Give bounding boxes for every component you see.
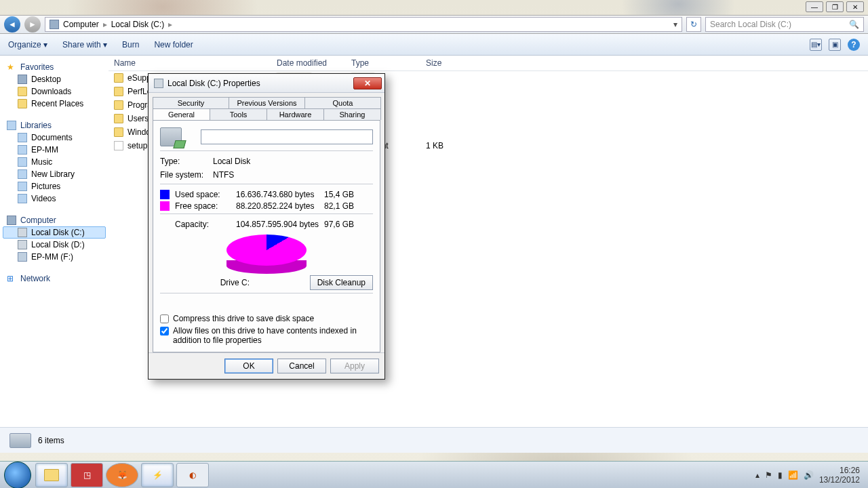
sidebar-item-epmm[interactable]: EP-MM — [3, 144, 106, 156]
index-label: Allow files on this drive to have conten… — [173, 326, 373, 345]
filesystem-value: NTFS — [213, 170, 234, 180]
breadcrumb-dropdown-icon[interactable]: ▾ — [673, 20, 677, 29]
type-label: Type: — [160, 157, 213, 166]
help-button[interactable]: ? — [848, 39, 860, 51]
volume-label-input[interactable] — [201, 129, 373, 144]
column-type[interactable]: Type — [351, 58, 426, 68]
libraries-header[interactable]: Libraries — [20, 121, 52, 130]
favorites-header[interactable]: Favorites — [20, 62, 54, 72]
sidebar-item-desktop[interactable]: Desktop — [3, 73, 106, 85]
network-icon: ⊞ — [7, 274, 16, 283]
taskbar-avira[interactable]: ◳ — [71, 463, 103, 487]
tray-volume-icon[interactable]: 🔊 — [804, 470, 814, 480]
window-minimize-button[interactable]: — — [806, 1, 823, 12]
free-bytes: 88.220.852.224 bytes — [236, 201, 324, 211]
sidebar-item-pictures[interactable]: Pictures — [3, 180, 106, 192]
used-bytes: 16.636.743.680 bytes — [236, 190, 324, 199]
capacity-gb: 97,6 GB — [324, 220, 365, 229]
capacity-bytes: 104.857.595.904 bytes — [236, 220, 324, 229]
sidebar-item-downloads[interactable]: Downloads — [3, 85, 106, 98]
tab-general[interactable]: General — [153, 108, 210, 120]
column-name[interactable]: Name — [114, 58, 277, 68]
sidebar-item-videos[interactable]: Videos — [3, 192, 106, 205]
navigation-bar: ◄ ► Computer ▸ Local Disk (C:) ▸ ▾ ↻ Sea… — [0, 15, 868, 34]
taskbar-winamp[interactable]: ⚡ — [141, 463, 174, 487]
status-text: 6 items — [38, 436, 64, 445]
dialog-close-button[interactable]: ✕ — [353, 77, 382, 89]
taskbar: ◳ 🦊 ⚡ ◐ ▴ ⚑ ▮ 📶 🔊 16:26 13/12/2012 — [0, 461, 868, 488]
tab-hardware[interactable]: Hardware — [267, 108, 324, 120]
drive-c-label: Drive C: — [160, 278, 310, 287]
index-checkbox[interactable] — [160, 327, 169, 336]
drive-icon — [9, 433, 31, 448]
tab-previous-versions[interactable]: Previous Versions — [229, 97, 305, 108]
tab-tools[interactable]: Tools — [210, 108, 267, 120]
computer-header[interactable]: Computer — [20, 216, 56, 225]
free-gb: 82,1 GB — [324, 201, 365, 211]
start-button[interactable] — [4, 462, 31, 489]
organize-menu[interactable]: Organize ▾ — [8, 40, 47, 49]
sidebar-item-local-disk-d[interactable]: Local Disk (D:) — [3, 239, 106, 251]
view-menu[interactable]: ▤▾ — [810, 39, 822, 51]
used-swatch-icon — [160, 190, 170, 199]
compress-checkbox[interactable] — [160, 314, 169, 323]
tray-clock[interactable]: 16:26 13/12/2012 — [819, 466, 864, 485]
type-value: Local Disk — [213, 157, 250, 166]
search-input[interactable]: Search Local Disk (C:) 🔍 — [705, 17, 864, 32]
apply-button[interactable]: Apply — [330, 359, 379, 373]
drive-icon — [154, 79, 163, 88]
properties-dialog: Local Disk (C:) Properties ✕ Security Pr… — [148, 73, 385, 380]
back-button[interactable]: ◄ — [4, 16, 20, 33]
chevron-right-icon: ▸ — [168, 20, 172, 29]
disk-usage-pie-chart — [226, 235, 307, 274]
sidebar-item-music[interactable]: Music — [3, 156, 106, 168]
drive-large-icon — [160, 127, 182, 146]
star-icon: ★ — [7, 62, 16, 72]
free-swatch-icon — [160, 201, 170, 211]
dialog-title: Local Disk (C:) Properties — [167, 79, 353, 88]
burn-button[interactable]: Burn — [122, 40, 139, 49]
tray-chevron-icon[interactable]: ▴ — [755, 470, 760, 480]
new-folder-button[interactable]: New folder — [154, 40, 193, 49]
preview-pane-button[interactable]: ▣ — [829, 39, 841, 51]
crumb-computer[interactable]: Computer — [63, 20, 99, 29]
free-label: Free space: — [175, 201, 236, 211]
sidebar-item-new-library[interactable]: New Library — [3, 168, 106, 180]
tray-battery-icon[interactable]: ▮ — [778, 470, 783, 480]
window-close-button[interactable]: ✕ — [846, 1, 864, 12]
used-label: Used space: — [175, 190, 236, 199]
breadcrumb[interactable]: Computer ▸ Local Disk (C:) ▸ ▾ — [45, 17, 682, 32]
share-with-menu[interactable]: Share with ▾ — [62, 40, 107, 49]
taskbar-explorer[interactable] — [35, 463, 68, 487]
network-header[interactable]: Network — [20, 274, 50, 283]
sidebar-item-recent-places[interactable]: Recent Places — [3, 98, 106, 110]
capacity-label: Capacity: — [175, 220, 236, 229]
taskbar-ccleaner[interactable]: ◐ — [176, 463, 209, 487]
forward-button[interactable]: ► — [24, 16, 41, 33]
column-size[interactable]: Size — [426, 58, 473, 68]
refresh-button[interactable]: ↻ — [686, 17, 701, 32]
libraries-icon — [7, 121, 16, 130]
tab-sharing[interactable]: Sharing — [323, 108, 381, 120]
tab-quota[interactable]: Quota — [304, 97, 381, 108]
compress-label: Compress this drive to save disk space — [173, 314, 314, 323]
sidebar-item-local-disk-c[interactable]: Local Disk (C:) — [3, 226, 106, 239]
tab-security[interactable]: Security — [153, 97, 229, 108]
tray-network-icon[interactable]: 📶 — [788, 470, 798, 480]
column-date[interactable]: Date modified — [277, 58, 351, 68]
window-maximize-button[interactable]: ❐ — [826, 1, 844, 12]
tray-flag-icon[interactable]: ⚑ — [765, 470, 772, 480]
navigation-pane: ★Favorites Desktop Downloads Recent Plac… — [0, 56, 108, 427]
cancel-button[interactable]: Cancel — [277, 359, 326, 373]
search-icon: 🔍 — [849, 20, 859, 29]
sidebar-item-epmm-f[interactable]: EP-MM (F:) — [3, 251, 106, 263]
crumb-local-disk-c[interactable]: Local Disk (C:) — [111, 20, 165, 29]
disk-cleanup-button[interactable]: Disk Cleanup — [310, 275, 373, 290]
command-bar: Organize ▾ Share with ▾ Burn New folder … — [0, 34, 868, 56]
sidebar-item-documents[interactable]: Documents — [3, 131, 106, 144]
ok-button[interactable]: OK — [224, 359, 273, 373]
system-tray[interactable]: ▴ ⚑ ▮ 📶 🔊 16:26 13/12/2012 — [755, 466, 864, 485]
status-bar: 6 items — [0, 427, 868, 453]
taskbar-firefox[interactable]: 🦊 — [106, 463, 138, 487]
search-placeholder: Search Local Disk (C:) — [710, 20, 791, 29]
